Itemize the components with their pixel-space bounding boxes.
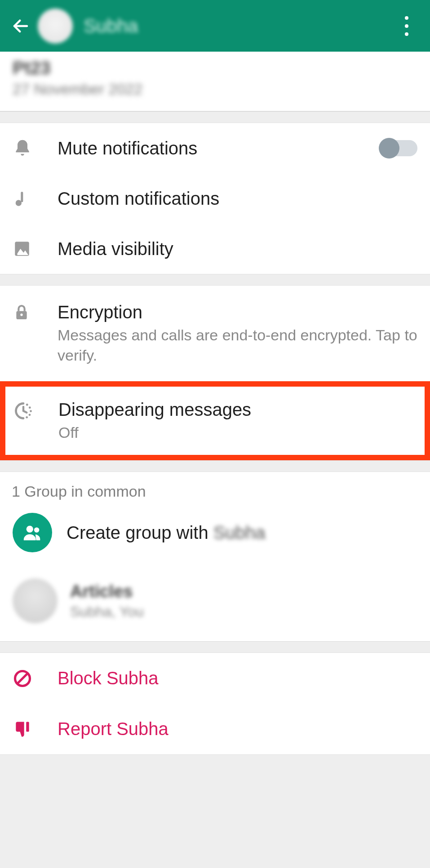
mute-notifications-row[interactable]: Mute notifications — [0, 123, 430, 173]
group-avatar — [13, 578, 58, 623]
create-group-name: Subha — [213, 523, 266, 542]
image-icon — [13, 239, 31, 258]
lock-icon — [13, 304, 31, 322]
svg-rect-2 — [21, 192, 23, 202]
svg-point-9 — [30, 410, 32, 413]
create-group-avatar — [13, 513, 52, 552]
group-name: Articles — [70, 581, 144, 603]
danger-section: Block Subha Report Subha — [0, 652, 430, 755]
disappearing-messages-value: Off — [58, 423, 417, 443]
music-note-icon — [13, 189, 31, 207]
dot-icon — [405, 32, 408, 36]
group-members: Subha, You — [70, 603, 144, 621]
custom-notifications-label: Custom notifications — [58, 187, 417, 210]
svg-point-15 — [34, 528, 39, 533]
arrow-left-icon — [11, 17, 30, 35]
back-button[interactable] — [8, 13, 33, 39]
contact-name[interactable]: Subha — [84, 15, 138, 37]
svg-point-10 — [29, 414, 31, 416]
svg-line-13 — [23, 411, 27, 413]
create-group-prefix: Create group with — [66, 523, 213, 542]
svg-rect-18 — [26, 722, 29, 731]
dot-icon — [405, 24, 408, 28]
svg-point-14 — [27, 526, 33, 533]
overflow-menu-button[interactable] — [396, 0, 417, 52]
svg-point-6 — [20, 313, 22, 316]
encryption-subtitle: Messages and calls are end-to-end encryp… — [58, 325, 417, 366]
thumbs-down-icon — [13, 719, 32, 739]
contact-info-strip: Pt23 27 November 2022 — [0, 52, 430, 112]
disappearing-messages-highlight: Disappearing messages Off — [0, 381, 430, 460]
toolbar: Subha — [0, 0, 430, 52]
encryption-row[interactable]: Encryption Messages and calls are end-to… — [0, 286, 430, 378]
block-icon — [13, 669, 32, 688]
block-contact-row[interactable]: Block Subha — [0, 653, 430, 704]
timer-dotted-icon — [13, 401, 33, 421]
report-label: Report Subha — [58, 719, 168, 739]
create-group-label: Create group with Subha — [66, 523, 266, 543]
disappearing-messages-title: Disappearing messages — [58, 398, 417, 421]
common-group-row[interactable]: Articles Subha, You — [0, 568, 430, 642]
bell-icon — [13, 138, 32, 158]
people-icon — [22, 522, 43, 543]
svg-point-8 — [29, 407, 31, 409]
privacy-section: Encryption Messages and calls are end-to… — [0, 285, 430, 461]
media-visibility-row[interactable]: Media visibility — [0, 224, 430, 274]
media-visibility-label: Media visibility — [58, 238, 417, 260]
encryption-title: Encryption — [58, 301, 417, 323]
toggle-knob — [379, 138, 399, 159]
svg-line-17 — [18, 674, 27, 683]
contact-avatar[interactable] — [38, 9, 73, 44]
disappearing-messages-row[interactable]: Disappearing messages Off — [5, 387, 425, 455]
dot-icon — [405, 16, 408, 20]
custom-notifications-row[interactable]: Custom notifications — [0, 173, 430, 224]
groups-section: 1 Group in common Create group with Subh… — [0, 471, 430, 642]
svg-point-1 — [16, 200, 22, 206]
create-group-row[interactable]: Create group with Subha — [0, 507, 430, 568]
notifications-section: Mute notifications Custom notifications — [0, 123, 430, 274]
svg-point-7 — [26, 404, 28, 406]
svg-point-11 — [26, 416, 28, 419]
groups-in-common-header: 1 Group in common — [0, 472, 430, 507]
mute-notifications-label: Mute notifications — [58, 137, 380, 159]
block-label: Block Subha — [58, 668, 159, 688]
contact-info-line2: 27 November 2022 — [13, 79, 417, 100]
mute-toggle[interactable] — [380, 140, 417, 156]
report-contact-row[interactable]: Report Subha — [0, 704, 430, 754]
contact-info-line1: Pt23 — [13, 57, 417, 79]
